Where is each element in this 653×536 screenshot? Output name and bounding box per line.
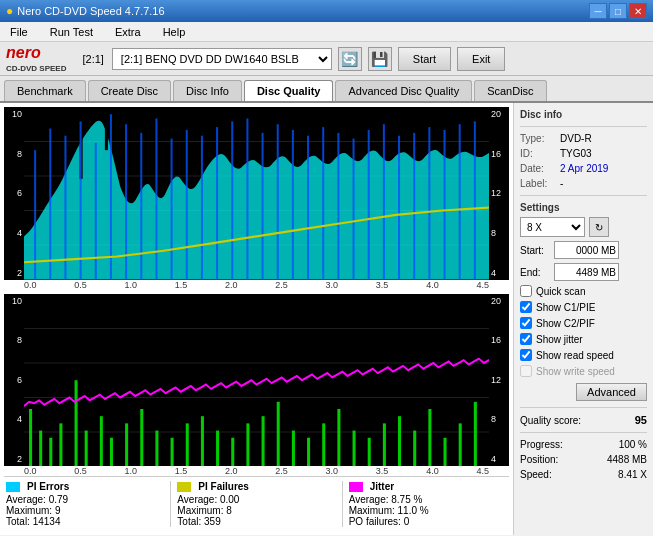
svg-rect-32 bbox=[231, 121, 233, 279]
menu-help[interactable]: Help bbox=[157, 24, 192, 40]
jitter-avg-val: 8.75 % bbox=[391, 494, 422, 505]
menu-extra[interactable]: Extra bbox=[109, 24, 147, 40]
pi-failures-avg-label: Average: bbox=[177, 494, 217, 505]
svg-rect-37 bbox=[307, 136, 309, 280]
pi-failures-max-label: Maximum: bbox=[177, 505, 223, 516]
progress-row: Progress: 100 % bbox=[520, 439, 647, 450]
menu-run-test[interactable]: Run Test bbox=[44, 24, 99, 40]
end-input[interactable] bbox=[554, 263, 619, 281]
c1pie-label: Show C1/PIE bbox=[536, 302, 595, 313]
end-label: End: bbox=[520, 267, 550, 278]
pi-errors-total-label: Total: bbox=[6, 516, 30, 527]
svg-rect-76 bbox=[337, 409, 340, 467]
svg-rect-42 bbox=[383, 124, 385, 279]
chart2-y-right: 20161284 bbox=[489, 294, 509, 467]
c1pie-checkbox[interactable] bbox=[520, 301, 532, 313]
svg-rect-59 bbox=[85, 430, 88, 466]
svg-rect-39 bbox=[337, 133, 339, 280]
app-icon: ● bbox=[6, 4, 13, 18]
speed-stat-label: Speed: bbox=[520, 469, 552, 480]
position-label: Position: bbox=[520, 454, 558, 465]
id-label: ID: bbox=[520, 148, 556, 159]
svg-rect-34 bbox=[262, 133, 264, 280]
close-button[interactable]: ✕ bbox=[629, 3, 647, 19]
svg-rect-46 bbox=[444, 130, 446, 280]
read-speed-label: Show read speed bbox=[536, 350, 614, 361]
charts-area: 108642 bbox=[0, 103, 513, 535]
svg-rect-84 bbox=[459, 423, 462, 466]
chart2-y-left: 108642 bbox=[4, 294, 24, 467]
svg-rect-17 bbox=[428, 107, 430, 130]
tab-disc-quality[interactable]: Disc Quality bbox=[244, 80, 334, 101]
advanced-button[interactable]: Advanced bbox=[576, 383, 647, 401]
svg-rect-43 bbox=[398, 136, 400, 280]
svg-rect-47 bbox=[459, 124, 461, 279]
svg-rect-23 bbox=[95, 143, 97, 280]
svg-rect-44 bbox=[413, 133, 415, 280]
chart2-wrapper: 108642 bbox=[4, 294, 509, 467]
divider-2 bbox=[520, 195, 647, 196]
start-input[interactable] bbox=[554, 241, 619, 259]
id-val: TYG03 bbox=[560, 148, 592, 159]
label-row: Label: - bbox=[520, 178, 647, 189]
stat-divider-1 bbox=[170, 481, 171, 527]
pi-errors-total-val: 14134 bbox=[33, 516, 61, 527]
svg-rect-66 bbox=[186, 423, 189, 466]
read-speed-checkbox[interactable] bbox=[520, 349, 532, 361]
app-title: Nero CD-DVD Speed 4.7.7.16 bbox=[17, 5, 164, 17]
tab-scandisc[interactable]: ScanDisc bbox=[474, 80, 546, 101]
jitter-checkbox[interactable] bbox=[520, 333, 532, 345]
quick-scan-row: Quick scan bbox=[520, 285, 647, 297]
title-bar: ● Nero CD-DVD Speed 4.7.7.16 ─ □ ✕ bbox=[0, 0, 653, 22]
tab-advanced-disc-quality[interactable]: Advanced Disc Quality bbox=[335, 80, 472, 101]
tab-disc-info[interactable]: Disc Info bbox=[173, 80, 242, 101]
type-row: Type: DVD-R bbox=[520, 133, 647, 144]
start-button[interactable]: Start bbox=[398, 47, 451, 71]
svg-rect-15 bbox=[368, 107, 370, 133]
svg-rect-75 bbox=[322, 423, 325, 466]
nero-logo-sub: CD-DVD SPEED bbox=[6, 64, 66, 73]
svg-rect-56 bbox=[49, 437, 52, 466]
svg-rect-83 bbox=[444, 437, 447, 466]
c2pif-checkbox[interactable] bbox=[520, 317, 532, 329]
quick-scan-label: Quick scan bbox=[536, 286, 585, 297]
settings-refresh-btn[interactable]: ↻ bbox=[589, 217, 609, 237]
read-speed-row: Show read speed bbox=[520, 349, 647, 361]
progress-label: Progress: bbox=[520, 439, 563, 450]
pi-failures-avg-val: 0.00 bbox=[220, 494, 239, 505]
id-row: ID: TYG03 bbox=[520, 148, 647, 159]
pi-failures-max-val: 8 bbox=[226, 505, 232, 516]
stat-divider-2 bbox=[342, 481, 343, 527]
drive-select[interactable]: [2:1] BENQ DVD DD DW1640 BSLB bbox=[112, 48, 332, 70]
exit-button[interactable]: Exit bbox=[457, 47, 505, 71]
tab-benchmark[interactable]: Benchmark bbox=[4, 80, 86, 101]
progress-val: 100 % bbox=[619, 439, 647, 450]
svg-rect-36 bbox=[292, 130, 294, 280]
tab-create-disc[interactable]: Create Disc bbox=[88, 80, 171, 101]
quality-score-val: 95 bbox=[635, 414, 647, 426]
speed-select[interactable]: 8 X bbox=[520, 217, 585, 237]
svg-rect-57 bbox=[59, 423, 62, 466]
maximize-button[interactable]: □ bbox=[609, 3, 627, 19]
svg-rect-40 bbox=[353, 139, 355, 280]
chart2-x-labels: 0.00.51.01.52.02.53.03.54.04.5 bbox=[4, 466, 509, 476]
minimize-button[interactable]: ─ bbox=[589, 3, 607, 19]
date-label: Date: bbox=[520, 163, 556, 174]
pi-errors-max-val: 9 bbox=[55, 505, 61, 516]
refresh-icon-button[interactable]: 🔄 bbox=[338, 47, 362, 71]
nero-logo-text: nero bbox=[6, 44, 66, 62]
svg-rect-21 bbox=[64, 136, 66, 280]
c2pif-row: Show C2/PIF bbox=[520, 317, 647, 329]
menu-file[interactable]: File bbox=[4, 24, 34, 40]
svg-rect-73 bbox=[292, 430, 295, 466]
quick-scan-checkbox[interactable] bbox=[520, 285, 532, 297]
svg-rect-68 bbox=[216, 430, 219, 466]
speed-stat-val: 8.41 X bbox=[618, 469, 647, 480]
svg-rect-61 bbox=[110, 437, 113, 466]
save-icon-button[interactable]: 💾 bbox=[368, 47, 392, 71]
pi-errors-label: PI Errors bbox=[27, 481, 69, 492]
svg-rect-20 bbox=[49, 129, 51, 280]
write-speed-checkbox[interactable] bbox=[520, 365, 532, 377]
svg-rect-38 bbox=[322, 127, 324, 279]
svg-rect-80 bbox=[398, 416, 401, 466]
